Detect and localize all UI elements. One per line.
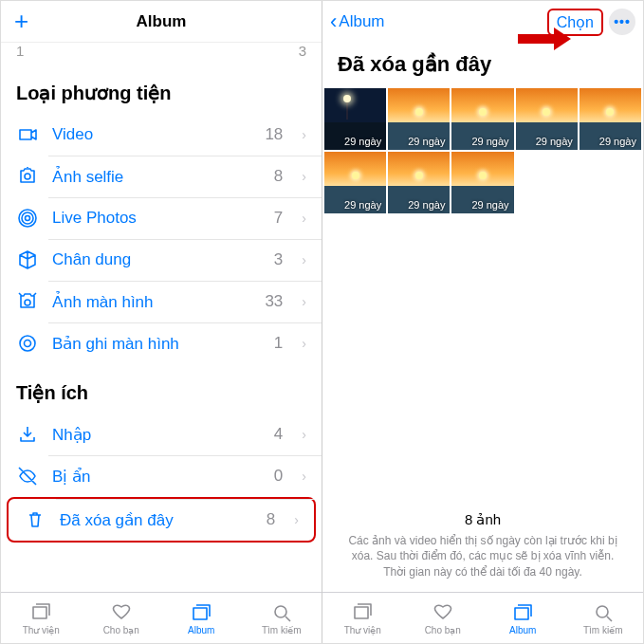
chevron-left-icon: ‹ bbox=[330, 11, 337, 32]
more-button[interactable]: ••• bbox=[609, 9, 635, 35]
photo-count: 8 ảnh bbox=[340, 509, 626, 529]
ellipsis-icon: ••• bbox=[614, 14, 631, 29]
album-count-row: 1 3 bbox=[1, 43, 322, 64]
tab-foryou[interactable]: Cho bạn bbox=[403, 593, 484, 643]
photo-thumb[interactable]: 29 ngày bbox=[324, 152, 386, 213]
library-icon bbox=[28, 601, 53, 624]
nav-bar: ‹ Album Chọn ••• bbox=[322, 1, 643, 43]
list-item-screenrec[interactable]: Bản ghi màn hình1› bbox=[1, 322, 322, 364]
item-label: Chân dung bbox=[52, 250, 261, 269]
item-count: 33 bbox=[265, 292, 283, 311]
list-item-trash[interactable]: Đã xóa gần đây8› bbox=[7, 497, 316, 543]
import-icon bbox=[16, 423, 39, 446]
trash-icon bbox=[24, 508, 46, 531]
foryou-icon bbox=[109, 601, 134, 624]
tab-label: Thư viện bbox=[344, 625, 381, 635]
item-label: Video bbox=[52, 125, 251, 144]
page-title: Đã xóa gần đây bbox=[322, 43, 643, 88]
foryou-icon bbox=[431, 601, 455, 624]
item-count: 3 bbox=[274, 250, 283, 269]
chevron-right-icon: › bbox=[302, 294, 306, 309]
photo-thumb[interactable]: 29 ngày bbox=[580, 88, 641, 150]
tab-label: Thư viện bbox=[23, 625, 60, 635]
select-button[interactable]: Chọn bbox=[547, 9, 603, 36]
item-count: 8 bbox=[267, 510, 275, 529]
item-count: 8 bbox=[274, 167, 283, 186]
photo-grid: 29 ngày29 ngày29 ngày29 ngày29 ngày29 ng… bbox=[322, 88, 643, 213]
count-b: 3 bbox=[299, 43, 306, 59]
chevron-right-icon: › bbox=[302, 127, 306, 142]
item-count: 18 bbox=[265, 125, 283, 144]
hidden-icon bbox=[16, 465, 39, 488]
utilities-list: Nhập4›Bị ẩn0›Đã xóa gần đây8› bbox=[1, 414, 322, 543]
nav-bar: + Album bbox=[1, 1, 322, 43]
albums-screen: + Album 1 3 Loại phương tiện Video18›Ảnh… bbox=[1, 1, 322, 643]
days-remaining: 29 ngày bbox=[344, 199, 381, 211]
tab-library[interactable]: Thư viện bbox=[322, 593, 403, 643]
list-item-hidden[interactable]: Bị ẩn0› bbox=[1, 455, 322, 497]
tab-foryou[interactable]: Cho bạn bbox=[82, 593, 162, 643]
chevron-right-icon: › bbox=[294, 512, 299, 527]
item-count: 7 bbox=[274, 209, 283, 228]
item-label: Nhập bbox=[52, 425, 261, 445]
tab-search[interactable]: Tìm kiếm bbox=[563, 593, 644, 643]
list-item-live[interactable]: Live Photos7› bbox=[1, 197, 322, 239]
video-icon bbox=[16, 123, 39, 146]
tab-bar: Thư việnCho bạnAlbumTìm kiếm bbox=[322, 592, 643, 643]
albums-icon bbox=[510, 601, 535, 624]
back-label: Album bbox=[339, 12, 384, 31]
photo-thumb[interactable]: 29 ngày bbox=[451, 88, 513, 150]
photo-thumb[interactable]: 29 ngày bbox=[516, 88, 578, 150]
tab-label: Album bbox=[509, 625, 536, 635]
list-item-video[interactable]: Video18› bbox=[1, 114, 322, 156]
count-a: 1 bbox=[16, 43, 24, 59]
tab-bar: Thư việnCho bạnAlbumTìm kiếm bbox=[1, 592, 322, 643]
chevron-right-icon: › bbox=[302, 469, 306, 484]
item-label: Ảnh selfie bbox=[52, 167, 261, 187]
list-item-screenshot[interactable]: Ảnh màn hình33› bbox=[1, 281, 322, 322]
item-count: 1 bbox=[274, 334, 283, 353]
back-button[interactable]: ‹ Album bbox=[330, 11, 385, 32]
days-remaining: 29 ngày bbox=[471, 199, 508, 211]
section-media-types: Loại phương tiện bbox=[1, 64, 322, 114]
library-icon bbox=[350, 601, 375, 624]
albums-icon bbox=[189, 601, 213, 624]
tab-label: Cho bạn bbox=[103, 625, 139, 635]
item-label: Bị ẩn bbox=[52, 467, 261, 487]
days-remaining: 29 ngày bbox=[471, 136, 508, 147]
tab-label: Cho bạn bbox=[425, 625, 461, 635]
footer-note: 8 ảnh Các ảnh và video hiển thị số ngày … bbox=[322, 498, 643, 592]
tab-albums[interactable]: Album bbox=[161, 593, 242, 643]
search-icon bbox=[591, 601, 616, 624]
days-remaining: 29 ngày bbox=[536, 136, 573, 147]
chevron-right-icon: › bbox=[302, 252, 306, 267]
item-count: 4 bbox=[274, 425, 283, 444]
list-item-portrait[interactable]: Chân dung3› bbox=[1, 239, 322, 281]
tab-label: Tìm kiếm bbox=[262, 625, 302, 635]
tab-library[interactable]: Thư viện bbox=[1, 593, 82, 643]
photo-thumb[interactable]: 29 ngày bbox=[324, 88, 386, 150]
photo-thumb[interactable]: 29 ngày bbox=[451, 152, 513, 213]
search-icon bbox=[269, 601, 294, 624]
section-utilities: Tiện ích bbox=[1, 364, 322, 414]
list-item-import[interactable]: Nhập4› bbox=[1, 414, 322, 455]
tab-label: Album bbox=[188, 625, 214, 635]
screenshot-icon bbox=[16, 290, 39, 313]
days-remaining: 29 ngày bbox=[599, 136, 636, 147]
item-label: Live Photos bbox=[52, 209, 261, 228]
nav-title: Album bbox=[137, 12, 187, 31]
item-label: Đã xóa gần đây bbox=[60, 510, 253, 530]
footer-text: Các ảnh và video hiển thị số ngày còn lạ… bbox=[348, 534, 616, 580]
tab-albums[interactable]: Album bbox=[483, 593, 563, 643]
item-label: Ảnh màn hình bbox=[52, 292, 251, 312]
item-label: Bản ghi màn hình bbox=[52, 334, 261, 354]
list-item-selfie[interactable]: Ảnh selfie8› bbox=[1, 156, 322, 197]
portrait-icon bbox=[16, 248, 39, 271]
photo-thumb[interactable]: 29 ngày bbox=[388, 152, 450, 213]
tab-search[interactable]: Tìm kiếm bbox=[242, 593, 322, 643]
photo-thumb[interactable]: 29 ngày bbox=[388, 88, 450, 150]
chevron-right-icon: › bbox=[302, 336, 306, 351]
tab-label: Tìm kiếm bbox=[583, 625, 623, 635]
recently-deleted-screen: ‹ Album Chọn ••• Đã xóa gần đây 29 ngày2… bbox=[322, 1, 643, 643]
add-button[interactable]: + bbox=[14, 7, 28, 36]
